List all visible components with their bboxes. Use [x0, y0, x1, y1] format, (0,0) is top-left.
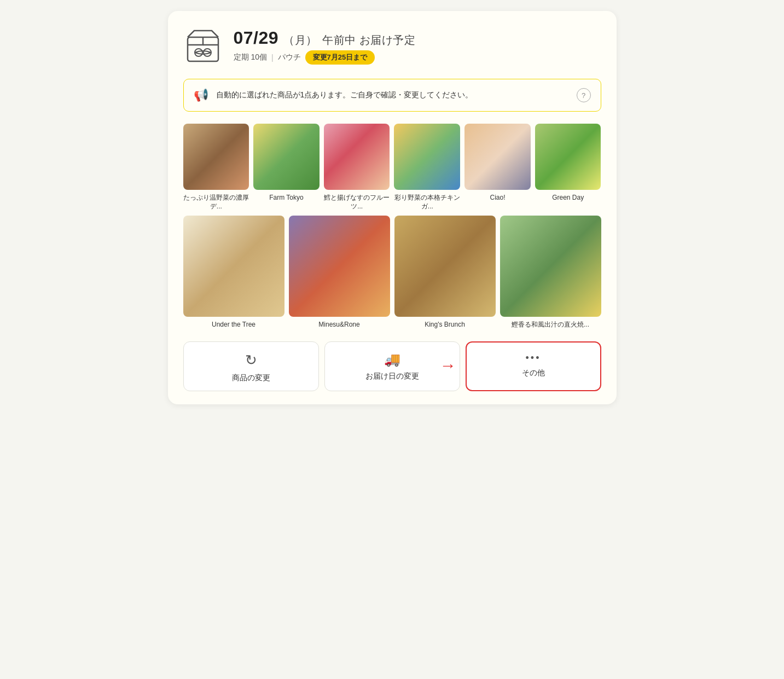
- food-item-1[interactable]: たっぷり温野菜の濃厚デ...: [183, 124, 249, 211]
- main-card: 07/29 （月） 午前中 お届け予定 定期 10個 | パウチ 変更7月25日…: [168, 11, 617, 404]
- other-label: その他: [522, 368, 545, 378]
- food-label-4: 彩り野菜の本格チキンガ...: [394, 193, 460, 212]
- food-item-4[interactable]: 彩り野菜の本格チキンガ...: [394, 124, 460, 211]
- food-label-7: Under the Tree: [183, 320, 284, 329]
- food-label-6: Green Day: [535, 193, 601, 202]
- truck-icon: 🚚: [384, 352, 400, 367]
- food-img-visual-8: [289, 216, 390, 317]
- more-icon: •••: [526, 352, 541, 364]
- other-button[interactable]: ••• その他: [466, 341, 601, 391]
- change-delivery-label: お届け日の変更: [365, 372, 419, 381]
- header-section: 07/29 （月） 午前中 お届け予定 定期 10個 | パウチ 変更7月25日…: [183, 26, 601, 66]
- food-img-3: [324, 124, 390, 190]
- separator: |: [271, 53, 274, 62]
- change-deadline-badge[interactable]: 変更7月25日まで: [305, 50, 375, 65]
- package-type-text: パウチ: [278, 53, 301, 62]
- header-subinfo: 定期 10個 | パウチ 変更7月25日まで: [234, 50, 416, 65]
- food-label-1: たっぷり温野菜の濃厚デ...: [183, 193, 249, 212]
- food-item-8[interactable]: Minesu&Rone: [289, 216, 390, 329]
- header-info: 07/29 （月） 午前中 お届け予定 定期 10個 | パウチ 変更7月25日…: [234, 28, 416, 65]
- subscription-text: 定期 10個: [234, 53, 267, 62]
- date-text: 07/29: [234, 28, 279, 48]
- food-img-visual-5: [464, 124, 531, 190]
- food-grid-row1: たっぷり温野菜の濃厚デ... Farm Tokyo 鱈と揚げなすのフルーツ...…: [183, 124, 601, 211]
- food-label-8: Minesu&Rone: [289, 320, 390, 329]
- food-item-5[interactable]: Ciao!: [464, 124, 531, 211]
- food-img-visual-3: [324, 124, 390, 190]
- food-item-7[interactable]: Under the Tree: [183, 216, 284, 329]
- food-img-7: [183, 216, 284, 317]
- food-img-2: [253, 124, 320, 190]
- food-img-visual-9: [394, 216, 496, 317]
- notice-text: 自動的に選ばれた商品が1点あります。ご自身で確認・変更してください。: [216, 90, 569, 100]
- food-img-visual-1: [183, 124, 249, 190]
- change-product-button[interactable]: ↻ 商品の変更: [183, 341, 319, 391]
- food-img-1: [183, 124, 249, 190]
- delivery-date: 07/29 （月） 午前中 お届け予定: [234, 28, 416, 48]
- food-label-3: 鱈と揚げなすのフルーツ...: [324, 193, 390, 212]
- day-text: （月）: [283, 34, 317, 46]
- food-grid-row2: Under the Tree Minesu&Rone King's Brunch…: [183, 216, 601, 329]
- food-item-3[interactable]: 鱈と揚げなすのフルーツ...: [324, 124, 390, 211]
- food-img-visual-7: [183, 216, 284, 317]
- food-item-10[interactable]: 鰹香る和風出汁の直火焼...: [500, 216, 601, 329]
- notice-icon: 📢: [194, 88, 208, 102]
- food-item-6[interactable]: Green Day: [535, 124, 601, 211]
- delivery-box-icon: [183, 26, 223, 66]
- food-label-10: 鰹香る和風出汁の直火焼...: [500, 320, 601, 329]
- change-delivery-button[interactable]: 🚚 お届け日の変更: [324, 341, 460, 391]
- food-img-9: [394, 216, 496, 317]
- food-label-5: Ciao!: [464, 193, 531, 202]
- change-product-label: 商品の変更: [232, 373, 270, 383]
- food-img-visual-2: [253, 124, 320, 190]
- food-label-2: Farm Tokyo: [253, 193, 320, 202]
- action-row: ↻ 商品の変更 🚚 お届け日の変更 ••• その他 →: [183, 341, 601, 391]
- food-img-5: [464, 124, 531, 190]
- food-img-8: [289, 216, 390, 317]
- delivery-info-text: 午前中 お届け予定: [322, 34, 415, 46]
- food-img-4: [394, 124, 460, 190]
- food-label-9: King's Brunch: [394, 320, 496, 329]
- food-img-visual-6: [535, 124, 601, 190]
- help-label: ?: [582, 91, 585, 100]
- food-img-6: [535, 124, 601, 190]
- notice-banner: 📢 自動的に選ばれた商品が1点あります。ご自身で確認・変更してください。 ?: [183, 79, 601, 112]
- food-img-visual-4: [394, 124, 460, 190]
- food-img-10: [500, 216, 601, 317]
- food-item-9[interactable]: King's Brunch: [394, 216, 496, 329]
- food-img-visual-10: [500, 216, 601, 317]
- refresh-icon: ↻: [245, 352, 257, 369]
- help-button[interactable]: ?: [577, 88, 591, 102]
- food-item-2[interactable]: Farm Tokyo: [253, 124, 320, 211]
